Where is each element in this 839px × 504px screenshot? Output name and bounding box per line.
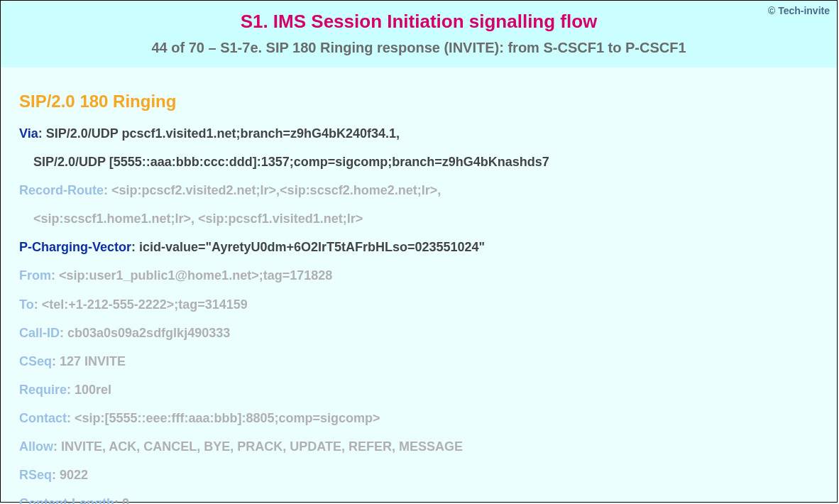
header-name-to: To [19, 297, 34, 312]
header-bar: © Tech-invite S1. IMS Session Initiation… [1, 1, 837, 67]
header-name-rseq: RSeq [19, 468, 52, 482]
header-value-record-route-2: <sip:scscf1.home1.net;lr>, <sip:pcscf1.v… [33, 212, 363, 226]
header-value-via-2: SIP/2.0/UDP [5555::aaa:bbb:ccc:ddd]:1357… [33, 155, 549, 169]
header-value-record-route-1: <sip:pcscf2.visited2.net;lr>,<sip:scscf2… [111, 183, 441, 197]
header-record-route-cont: <sip:scscf1.home1.net;lr>, <sip:pcscf1.v… [33, 209, 818, 228]
header-name-call-id: Call-ID [19, 326, 60, 340]
sip-status-line: SIP/2.0 180 Ringing [19, 92, 818, 111]
header-value-call-id: cb03a0s09a2sdfglkj490333 [67, 326, 230, 340]
header-value-to: <tel:+1-212-555-2222>;tag=314159 [42, 297, 248, 312]
header-content-length: Content-Length: 0 [19, 494, 818, 504]
header-name-via: Via [19, 126, 38, 141]
header-require: Require: 100rel [19, 380, 818, 399]
header-name-contact: Contact [19, 411, 67, 425]
header-p-charging-vector: P-Charging-Vector: icid-value="AyretyU0d… [19, 238, 818, 256]
header-name-allow: Allow [19, 439, 53, 454]
header-record-route: Record-Route: <sip:pcscf2.visited2.net;l… [19, 181, 818, 199]
header-name-from: From [19, 268, 51, 283]
header-name-cseq: CSeq [19, 354, 52, 368]
header-via-cont: SIP/2.0/UDP [5555::aaa:bbb:ccc:ddd]:1357… [33, 153, 818, 171]
header-value-allow: INVITE, ACK, CANCEL, BYE, PRACK, UPDATE,… [61, 439, 463, 454]
page-title: S1. IMS Session Initiation signalling fl… [1, 11, 837, 33]
header-from: From: <sip:user1_public1@home1.net>;tag=… [19, 266, 818, 285]
header-name-pcv: P-Charging-Vector [19, 240, 131, 254]
header-allow: Allow: INVITE, ACK, CANCEL, BYE, PRACK, … [19, 437, 818, 456]
header-value-contact: <sip:[5555::eee:fff:aaa:bbb]:8805;comp=s… [75, 411, 380, 425]
page-container: © Tech-invite S1. IMS Session Initiation… [0, 0, 838, 503]
header-name-require: Require [19, 383, 67, 397]
header-value-pcv: icid-value="AyretyU0dm+6O2IrT5tAFrbHLso=… [139, 240, 485, 254]
page-subtitle: 44 of 70 – S1-7e. SIP 180 Ringing respon… [1, 40, 837, 56]
header-value-cseq: 127 INVITE [60, 354, 126, 368]
header-contact: Contact: <sip:[5555::eee:fff:aaa:bbb]:88… [19, 409, 818, 427]
header-call-id: Call-ID: cb03a0s09a2sdfglkj490333 [19, 324, 818, 342]
header-value-rseq: 9022 [60, 468, 88, 482]
header-value-require: 100rel [75, 383, 111, 397]
header-value-content-length: 0 [122, 496, 129, 504]
header-cseq: CSeq: 127 INVITE [19, 352, 818, 371]
header-via: Via: SIP/2.0/UDP pcscf1.visited1.net;bra… [19, 124, 818, 143]
sip-message-body: SIP/2.0 180 Ringing Via: SIP/2.0/UDP pcs… [1, 67, 837, 504]
header-to: To: <tel:+1-212-555-2222>;tag=314159 [19, 295, 818, 314]
header-value-from: <sip:user1_public1@home1.net>;tag=171828 [59, 268, 332, 283]
copyright-text: © Tech-invite [768, 5, 830, 16]
header-name-record-route: Record-Route [19, 183, 104, 197]
header-rseq: RSeq: 9022 [19, 466, 818, 484]
header-name-content-length: Content-Length [19, 496, 114, 504]
header-value-via-1: SIP/2.0/UDP pcscf1.visited1.net;branch=z… [46, 126, 400, 141]
